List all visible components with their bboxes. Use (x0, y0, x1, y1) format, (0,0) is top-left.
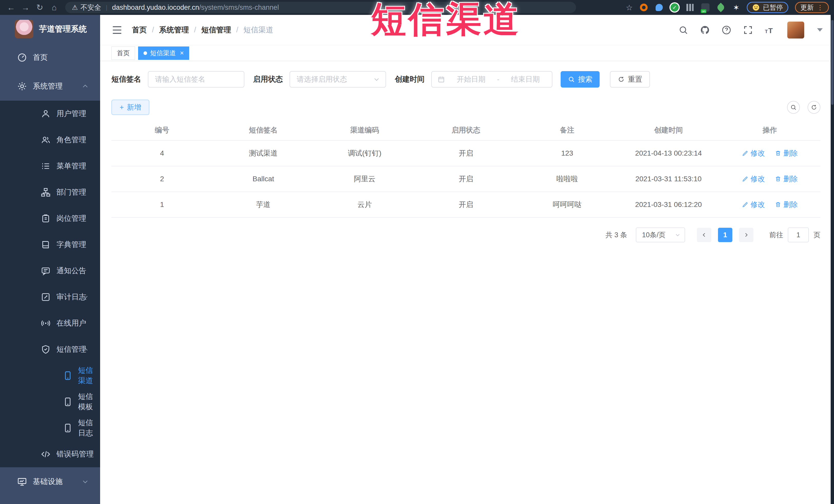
address-bar[interactable]: ⚠ 不安全 | dashboard.yudao.iocoder.cn /syst… (65, 2, 576, 13)
home-icon[interactable]: ⌂ (48, 3, 60, 12)
user-avatar[interactable] (787, 22, 804, 39)
sidebar-item-error-code[interactable]: 错误码管理 (0, 441, 100, 467)
search-form: 短信签名 启用状态 请选择启用状态 创建时间 开始日期 - 结束日期 (111, 71, 820, 88)
sidebar-item-sms-management[interactable]: 短信管理 (0, 336, 100, 363)
chevron-up-icon (82, 346, 89, 353)
avatar-caret-down-icon[interactable] (817, 28, 823, 31)
close-tab-icon[interactable]: × (180, 49, 184, 57)
update-browser-chip[interactable]: 更新 ⋮ (795, 2, 829, 13)
next-page-button[interactable] (739, 228, 753, 242)
url-path: /system/sms/sms-channel (199, 4, 279, 12)
sidebar-item-post-management[interactable]: 岗位管理 (0, 205, 100, 232)
orange-ring-extension-icon[interactable] (639, 3, 648, 12)
page-size-select[interactable]: 10条/页 (636, 227, 685, 242)
chevron-down-icon (373, 76, 380, 83)
url-divider: | (106, 4, 107, 11)
sidebar-item-home[interactable]: 首页 (0, 43, 100, 72)
date-range-picker[interactable]: 开始日期 - 结束日期 (431, 71, 552, 88)
github-icon[interactable] (700, 25, 710, 36)
sms-shield-icon (40, 344, 51, 355)
edit-pencil-icon (742, 150, 748, 157)
end-date-placeholder[interactable]: 结束日期 (505, 74, 546, 84)
reset-button[interactable]: 重置 (610, 71, 650, 88)
edit-link[interactable]: 修改 (742, 148, 765, 158)
dark-on-extension-icon[interactable]: on (701, 3, 710, 12)
toggle-search-button[interactable] (787, 101, 800, 114)
edit-pencil-icon (742, 201, 748, 208)
sidebar-item-menu-management[interactable]: 菜单管理 (0, 153, 100, 179)
delete-link[interactable]: 删除 (775, 148, 798, 158)
sidebar-item-dept-management[interactable]: 部门管理 (0, 179, 100, 205)
fullscreen-icon[interactable] (743, 25, 753, 36)
sprout-extension-icon[interactable] (717, 3, 725, 12)
sidebar-item-role-management[interactable]: 角色管理 (0, 127, 100, 153)
edit-link[interactable]: 修改 (742, 200, 765, 210)
plus-icon: + (119, 103, 124, 111)
app-logo[interactable]: 芋道管理系统 (0, 15, 100, 43)
paused-label: 已暂停 (763, 3, 783, 12)
breadcrumb-sms[interactable]: 短信管理 (201, 25, 231, 35)
chevron-left-icon (701, 232, 707, 238)
paused-extension-chip[interactable]: 已暂停 (747, 2, 788, 13)
page-unit-label: 页 (813, 230, 820, 240)
breadcrumb-system[interactable]: 系统管理 (159, 25, 189, 35)
equalizer-extension-icon[interactable] (686, 3, 694, 12)
tab-home[interactable]: 首页 (111, 46, 135, 60)
delete-link[interactable]: 删除 (775, 200, 798, 210)
search-icon (568, 76, 575, 83)
book-icon (40, 239, 51, 250)
refresh-icon[interactable]: ↻ (34, 3, 46, 12)
signature-input[interactable] (148, 71, 244, 88)
trash-icon (775, 176, 782, 182)
search-icon[interactable] (678, 25, 689, 36)
sidebar-item-online-users[interactable]: 在线用户 (0, 310, 100, 336)
sidebar-item-dict-management[interactable]: 字典管理 (0, 232, 100, 258)
table-toolbar: + 新增 (111, 100, 820, 115)
sidebar-item-sms-template[interactable]: 短信模板 (0, 389, 100, 415)
prev-page-button[interactable] (697, 228, 711, 242)
tab-sms-channel[interactable]: 短信渠道 × (138, 46, 189, 60)
refresh-table-button[interactable] (808, 101, 820, 114)
col-header-status: 启用状态 (415, 120, 517, 140)
sidebar-item-sms-log[interactable]: 短信日志 (0, 415, 100, 441)
tags-view-bar: 首页 短信渠道 × (100, 45, 834, 61)
sidebar-item-user-management[interactable]: 用户管理 (0, 101, 100, 127)
green-check-extension-icon[interactable]: ✓ (670, 3, 679, 12)
goto-page-input[interactable] (788, 227, 809, 242)
user-icon (40, 108, 51, 119)
start-date-placeholder[interactable]: 开始日期 (450, 74, 492, 84)
edit-link[interactable]: 修改 (742, 174, 765, 184)
font-size-icon[interactable]: TT (764, 25, 775, 36)
status-select[interactable]: 请选择启用状态 (289, 71, 386, 88)
breadcrumb-home[interactable]: 首页 (132, 25, 147, 35)
search-button[interactable]: 搜索 (561, 71, 600, 88)
help-icon[interactable] (721, 25, 732, 36)
sidebar-item-audit-log[interactable]: 审计日志 (0, 284, 100, 310)
scrollbar-thumb[interactable] (831, 20, 833, 105)
url-host: dashboard.yudao.iocoder.cn (112, 4, 199, 12)
add-button[interactable]: + 新增 (111, 100, 149, 115)
puzzle-extension-icon[interactable]: ✶ (732, 3, 741, 12)
sidebar-top-section: 芋道管理系统 首页 系统管理 (0, 15, 100, 101)
browser-scrollbar[interactable] (831, 15, 834, 504)
back-icon[interactable]: ← (5, 3, 17, 12)
sidebar-item-system-management[interactable]: 系统管理 (0, 72, 100, 101)
sidebar-item-infrastructure[interactable]: 基础设施 (0, 467, 100, 496)
page-number-1[interactable]: 1 (718, 228, 732, 242)
collapse-sidebar-icon[interactable] (111, 24, 123, 36)
forward-icon[interactable]: → (20, 3, 31, 12)
svg-text:T: T (768, 26, 773, 35)
sidebar-item-notice[interactable]: 通知公告 (0, 258, 100, 284)
delete-link[interactable]: 删除 (775, 174, 798, 184)
blue-drop-extension-icon[interactable] (655, 3, 663, 12)
code-icon (40, 448, 51, 460)
users-icon (40, 134, 51, 146)
not-secure-label: 不安全 (80, 3, 101, 12)
col-header-signature: 短信签名 (213, 120, 314, 140)
browser-menu-icon[interactable]: ⋮ (817, 4, 824, 12)
col-header-code: 渠道编码 (314, 120, 415, 140)
update-label: 更新 (800, 3, 814, 12)
org-tree-icon (40, 187, 51, 198)
bookmark-star-icon[interactable]: ☆ (626, 3, 633, 12)
sidebar-item-sms-channel[interactable]: 短信渠道 (0, 363, 100, 389)
